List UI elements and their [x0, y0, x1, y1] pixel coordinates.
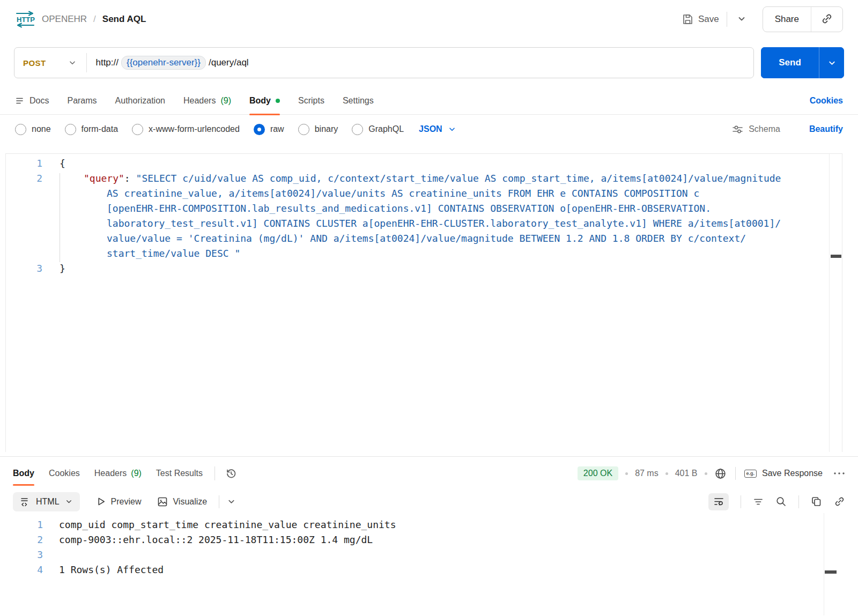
- filter-lines-icon: [753, 496, 764, 507]
- code-close-brace: }: [60, 263, 65, 274]
- tab-settings[interactable]: Settings: [343, 87, 374, 114]
- url-variable-chip[interactable]: {{openehr-server}}: [121, 56, 206, 70]
- breadcrumb-separator: /: [93, 14, 96, 25]
- network-info-button[interactable]: [714, 467, 727, 480]
- request-url-row: POST http:// {{openehr-server}} /query/a…: [14, 47, 844, 78]
- radio-graphql[interactable]: GraphQL: [352, 124, 404, 135]
- radio-form-data-label: form-data: [82, 124, 118, 134]
- divider: [214, 466, 215, 480]
- radio-form-data[interactable]: form-data: [65, 124, 118, 135]
- visualize-options-button[interactable]: [227, 497, 236, 506]
- code-line-wrap: [openEHR-EHR-COMPOSITION.lab_results_and…: [6, 201, 842, 216]
- line-number: 1: [0, 517, 48, 532]
- history-icon: [225, 467, 238, 480]
- save-button[interactable]: Save: [682, 13, 719, 25]
- dot-separator: [665, 472, 668, 475]
- header-actions: Save Share: [682, 6, 843, 32]
- tab-scripts[interactable]: Scripts: [298, 87, 324, 114]
- code-line: 2 "query": "SELECT c/uid/value AS comp_u…: [6, 171, 842, 186]
- code-line-wrap: start_time/value DESC ": [6, 246, 842, 261]
- language-selector[interactable]: JSON: [419, 124, 456, 134]
- dot-separator: [625, 472, 628, 475]
- cookies-link[interactable]: Cookies: [810, 96, 843, 106]
- tab-authorization[interactable]: Authorization: [115, 87, 165, 114]
- language-label: JSON: [419, 124, 442, 134]
- chevron-down-icon: [68, 58, 77, 67]
- search-response-button[interactable]: [775, 496, 787, 507]
- radio-raw[interactable]: raw: [254, 124, 284, 135]
- divider: [727, 12, 727, 27]
- radio-x-www-form-urlencoded[interactable]: x-www-form-urlencoded: [132, 124, 240, 135]
- link-icon: [821, 13, 833, 25]
- tab-headers[interactable]: Headers (9): [183, 87, 231, 114]
- copy-link-button[interactable]: [811, 7, 842, 32]
- line-number: 3: [6, 261, 49, 276]
- code-format-icon: [20, 496, 31, 507]
- method-selector[interactable]: POST: [14, 48, 86, 78]
- line-number-empty: [6, 186, 49, 201]
- tab-docs[interactable]: Docs: [15, 87, 49, 114]
- response-panel: Body Cookies Headers (9) Test Results 20…: [0, 456, 858, 615]
- divider: [741, 495, 741, 508]
- save-response-button[interactable]: e.g. Save Response: [744, 469, 823, 478]
- chevron-down-icon: [737, 14, 746, 24]
- tab-headers-label: Headers: [183, 96, 216, 106]
- breadcrumb-collection[interactable]: OPENEHR: [42, 14, 87, 25]
- method-label: POST: [23, 58, 46, 68]
- code-line: 1 {: [6, 156, 842, 171]
- app-root: HTTP OPENEHR / Send AQL Save: [0, 0, 858, 616]
- response-line-text: comp-9003::ehr.local::2 2025-11-18T11:15…: [48, 532, 373, 547]
- code-line-wrap: laboratory_test_result.v1] CONTAINS CLUS…: [6, 216, 842, 231]
- visualize-button[interactable]: Visualize: [157, 496, 207, 507]
- share-button[interactable]: Share: [763, 7, 811, 32]
- code-line: 3 }: [6, 261, 842, 276]
- chevron-down-icon: [827, 58, 837, 68]
- line-number: 2: [6, 171, 49, 186]
- preview-button[interactable]: Preview: [96, 496, 142, 507]
- request-tabs: Docs Params Authorization Headers (9) Bo…: [0, 87, 858, 115]
- editor-scrollbar[interactable]: [829, 154, 842, 452]
- radio-binary[interactable]: binary: [298, 124, 338, 135]
- copy-response-button[interactable]: [811, 496, 822, 507]
- chevron-down-icon: [448, 125, 456, 133]
- more-options-icon: [833, 471, 845, 476]
- format-lines-button[interactable]: [753, 496, 764, 507]
- response-line-text: 1 Rows(s) Affected: [48, 562, 164, 577]
- send-button[interactable]: Send: [761, 47, 819, 78]
- response-tab-headers[interactable]: Headers (9): [94, 457, 142, 490]
- code-value: start_time/value DESC ": [107, 248, 240, 259]
- tab-docs-label: Docs: [29, 96, 49, 106]
- response-tab-test-results[interactable]: Test Results: [156, 457, 203, 490]
- tab-body-label: Body: [249, 96, 271, 106]
- schema-label: Schema: [749, 124, 780, 134]
- word-wrap-button[interactable]: [708, 493, 729, 510]
- breadcrumb-request-name[interactable]: Send AQL: [102, 14, 146, 25]
- radio-circle-selected: [254, 124, 265, 135]
- code-value: AS creatinine_value, a/items[at0024]/val…: [107, 188, 699, 199]
- more-actions-button[interactable]: [833, 471, 845, 476]
- response-format-selector[interactable]: HTML: [13, 492, 80, 511]
- code-open-brace: {: [60, 158, 65, 169]
- beautify-button[interactable]: Beautify: [809, 124, 843, 134]
- response-body-viewer[interactable]: 1 comp_uid comp_start_time creatinine_va…: [0, 513, 858, 615]
- url-input[interactable]: http:// {{openehr-server}} /query/aql: [87, 56, 753, 70]
- schema-button[interactable]: Schema: [732, 124, 780, 135]
- response-scrollbar[interactable]: [824, 513, 848, 615]
- response-tab-body[interactable]: Body: [13, 457, 34, 490]
- response-link-button[interactable]: [834, 496, 845, 507]
- divider: [735, 467, 736, 480]
- body-type-row: none form-data x-www-form-urlencoded raw…: [0, 115, 858, 144]
- indent-guide: [60, 173, 60, 262]
- request-body-editor[interactable]: 1 { 2 "query": "SELECT c/uid/value AS co…: [5, 153, 842, 452]
- response-tab-cookies[interactable]: Cookies: [49, 457, 80, 490]
- response-history-button[interactable]: [225, 467, 238, 480]
- send-options-button[interactable]: [819, 47, 844, 78]
- body-modified-dot: [276, 99, 280, 103]
- save-button-label: Save: [698, 14, 719, 25]
- example-badge-icon: e.g.: [744, 470, 757, 478]
- save-options-button[interactable]: [735, 12, 749, 27]
- radio-circle: [65, 124, 76, 135]
- tab-body[interactable]: Body: [249, 87, 280, 114]
- radio-none[interactable]: none: [15, 124, 51, 135]
- tab-params[interactable]: Params: [67, 87, 97, 114]
